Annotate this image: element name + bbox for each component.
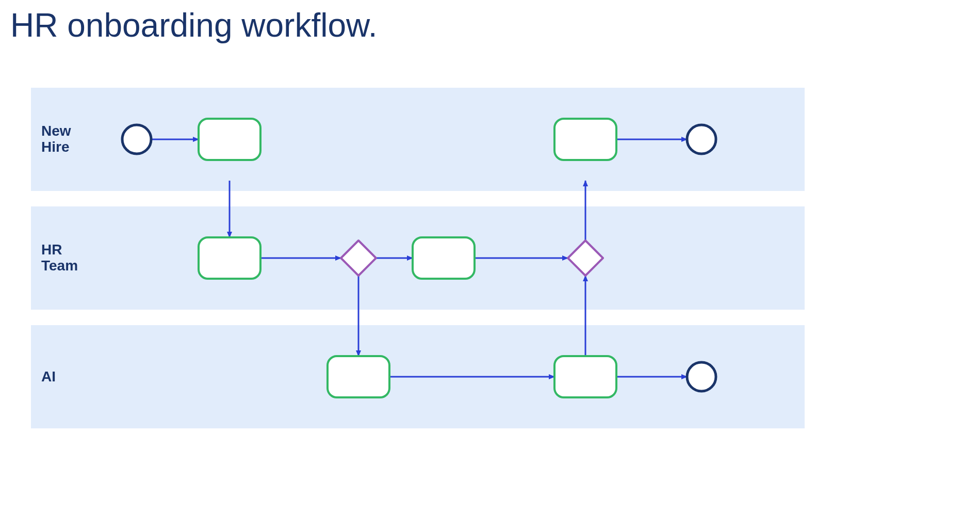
swimlane-hr-team: HR Team [31, 206, 805, 310]
swimlane-label-hr-team: HR Team [41, 242, 78, 274]
swimlane-new-hire: New Hire [31, 88, 805, 191]
swimlane-ai: AI [31, 325, 805, 428]
swimlane-container: New Hire HR Team AI [31, 88, 805, 428]
swimlane-label-ai: AI [41, 369, 56, 385]
page: HR onboarding workflow. New Hire HR Team… [0, 0, 980, 513]
diagram-title: HR onboarding workflow. [10, 6, 377, 44]
swimlane-label-new-hire: New Hire [41, 123, 71, 155]
